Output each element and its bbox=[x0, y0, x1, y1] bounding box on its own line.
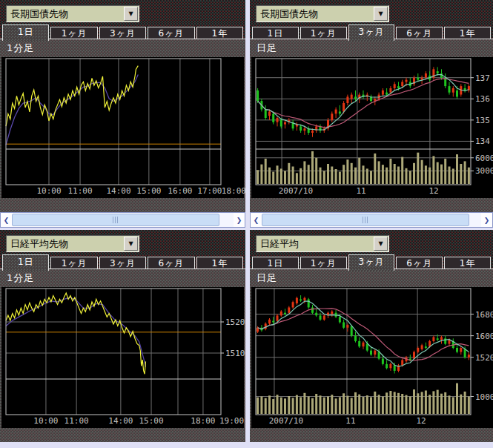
instrument-select[interactable]: 長期国債先物 ▼ bbox=[256, 5, 389, 22]
panel-bond-daily: 長期国債先物 ▼ 1日1ヶ月3ヶ月6ヶ月1年 日足 13713613513460… bbox=[250, 0, 493, 228]
svg-text:16800: 16800 bbox=[475, 310, 493, 320]
scroll-left-button[interactable]: ❮ bbox=[251, 213, 262, 227]
svg-text:18:00: 18:00 bbox=[191, 416, 215, 426]
scrollbar-track[interactable] bbox=[469, 213, 481, 227]
panel-header: 日経平均先物 ▼ bbox=[0, 230, 245, 253]
tab-period-4[interactable]: 6ヶ月 bbox=[148, 27, 194, 39]
chart-type-label: 日足 bbox=[257, 42, 277, 55]
chart-canvas: 13713613513460000300002007/101112 bbox=[250, 39, 493, 212]
svg-text:15:00: 15:00 bbox=[139, 416, 163, 426]
dropdown-arrow-icon[interactable]: ▼ bbox=[374, 7, 388, 21]
instrument-select-value: 長期国債先物 bbox=[260, 7, 318, 21]
svg-text:137: 137 bbox=[475, 73, 490, 83]
svg-text:11:00: 11:00 bbox=[67, 186, 92, 196]
svg-text:60000: 60000 bbox=[475, 154, 493, 163]
tab-period-3[interactable]: 3ヶ月 bbox=[348, 24, 395, 41]
scroll-right-button[interactable]: ❯ bbox=[234, 213, 245, 227]
dropdown-arrow-icon[interactable]: ▼ bbox=[124, 7, 138, 21]
tab-period-4[interactable]: 6ヶ月 bbox=[396, 27, 443, 39]
svg-text:18:00: 18:00 bbox=[222, 186, 245, 196]
chart-canvas: 152001510010:0011:0014:0015:0018:0019:00 bbox=[0, 269, 245, 442]
panel-nikkei-daily: 日経平均 ▼ 1日1ヶ月3ヶ月6ヶ月1年 日足 1680016000152001… bbox=[250, 230, 493, 448]
svg-text:16:00: 16:00 bbox=[168, 186, 192, 196]
tab-period-2[interactable]: 1ヶ月 bbox=[300, 27, 347, 39]
svg-text:12: 12 bbox=[429, 186, 438, 196]
chart-type-label: 1分足 bbox=[7, 42, 34, 55]
tab-period-5[interactable]: 1年 bbox=[196, 257, 243, 269]
panel-header: 日経平均 ▼ bbox=[250, 230, 493, 253]
instrument-select-value: 長期国債先物 bbox=[10, 7, 68, 21]
tab-period-1[interactable]: 1日 bbox=[252, 257, 299, 269]
tab-period-2[interactable]: 1ヶ月 bbox=[50, 257, 97, 269]
svg-text:2007/10: 2007/10 bbox=[279, 186, 313, 196]
instrument-select[interactable]: 日経平均先物 ▼ bbox=[6, 235, 139, 252]
scrollbar-thumb[interactable] bbox=[12, 214, 219, 226]
tab-period-5[interactable]: 1年 bbox=[196, 27, 243, 39]
svg-text:11: 11 bbox=[345, 416, 355, 426]
svg-text:17:00: 17:00 bbox=[197, 186, 222, 196]
tab-period-1[interactable]: 1日 bbox=[2, 24, 49, 41]
scroll-right-button[interactable]: ❯ bbox=[481, 213, 492, 227]
dropdown-arrow-icon[interactable]: ▼ bbox=[374, 237, 388, 251]
tab-period-1[interactable]: 1日 bbox=[2, 254, 49, 271]
scrollbar-track[interactable] bbox=[219, 213, 234, 227]
svg-text:15200: 15200 bbox=[475, 353, 493, 363]
chart-zone: 1分足 152001510010:0011:0014:0015:0018:001… bbox=[0, 269, 245, 442]
thumb-grip-icon bbox=[363, 217, 368, 223]
svg-text:16000: 16000 bbox=[475, 332, 493, 341]
svg-text:15100: 15100 bbox=[225, 349, 245, 358]
tab-period-2[interactable]: 1ヶ月 bbox=[50, 27, 97, 39]
chart-type-label: 1分足 bbox=[7, 271, 34, 285]
plot-background bbox=[1, 57, 244, 198]
thumb-grip-icon bbox=[113, 217, 119, 223]
svg-text:135: 135 bbox=[475, 116, 490, 125]
tab-period-1[interactable]: 1日 bbox=[252, 27, 299, 39]
chart-type-label: 日足 bbox=[257, 271, 277, 285]
svg-text:30000: 30000 bbox=[475, 166, 493, 176]
tab-period-3[interactable]: 3ヶ月 bbox=[99, 257, 146, 269]
tab-period-3[interactable]: 3ヶ月 bbox=[348, 254, 395, 271]
svg-text:11:00: 11:00 bbox=[64, 416, 89, 426]
period-tabs: 1日1ヶ月3ヶ月6ヶ月1年 bbox=[250, 23, 493, 39]
panel-header: 長期国債先物 ▼ bbox=[250, 0, 493, 23]
chart-canvas: 10:0011:0014:0015:0016:0017:0018:00 bbox=[0, 39, 245, 212]
svg-text:100000: 100000 bbox=[475, 392, 493, 402]
tab-period-3[interactable]: 3ヶ月 bbox=[99, 27, 146, 39]
svg-text:15:00: 15:00 bbox=[136, 186, 161, 196]
instrument-select-value: 日経平均 bbox=[260, 237, 299, 251]
tab-period-5[interactable]: 1年 bbox=[444, 257, 491, 269]
svg-text:14:00: 14:00 bbox=[106, 186, 130, 196]
svg-text:2007/10: 2007/10 bbox=[269, 416, 303, 426]
tab-period-5[interactable]: 1年 bbox=[444, 27, 491, 39]
svg-text:134: 134 bbox=[475, 136, 490, 146]
instrument-select[interactable]: 長期国債先物 ▼ bbox=[6, 5, 139, 22]
panel-nikkei-futures-intraday: 日経平均先物 ▼ 1日1ヶ月3ヶ月6ヶ月1年 1分足 152001510010:… bbox=[0, 230, 245, 448]
chart-zone: 日足 1680016000152001000002007/101112 bbox=[250, 269, 493, 442]
svg-text:12: 12 bbox=[416, 416, 426, 426]
chart-canvas: 1680016000152001000002007/101112 bbox=[250, 269, 493, 442]
period-tabs: 1日1ヶ月3ヶ月6ヶ月1年 bbox=[250, 253, 493, 269]
horizontal-scrollbar: ❮ ❯ bbox=[250, 212, 493, 228]
panel-header: 長期国債先物 ▼ bbox=[0, 0, 245, 23]
instrument-select[interactable]: 日経平均 ▼ bbox=[256, 235, 389, 252]
svg-text:136: 136 bbox=[475, 94, 490, 104]
svg-text:11: 11 bbox=[356, 186, 365, 196]
svg-text:10:00: 10:00 bbox=[36, 186, 61, 196]
period-tabs: 1日1ヶ月3ヶ月6ヶ月1年 bbox=[0, 23, 245, 39]
scrollbar-thumb[interactable] bbox=[262, 214, 469, 226]
svg-text:15200: 15200 bbox=[225, 317, 245, 327]
tab-period-4[interactable]: 6ヶ月 bbox=[396, 257, 443, 269]
period-tabs: 1日1ヶ月3ヶ月6ヶ月1年 bbox=[0, 253, 245, 269]
svg-text:14:00: 14:00 bbox=[108, 416, 133, 426]
instrument-select-value: 日経平均先物 bbox=[10, 237, 68, 251]
panel-bond-intraday: 長期国債先物 ▼ 1日1ヶ月3ヶ月6ヶ月1年 1分足 10:0011:0014:… bbox=[0, 0, 245, 228]
tab-period-2[interactable]: 1ヶ月 bbox=[300, 257, 347, 269]
axis-labels: 10:0011:0014:0015:0016:0017:0018:00 bbox=[36, 186, 245, 196]
horizontal-scrollbar: ❮ ❯ bbox=[0, 212, 245, 228]
svg-text:19:00: 19:00 bbox=[219, 416, 244, 426]
dropdown-arrow-icon[interactable]: ▼ bbox=[124, 237, 138, 251]
tab-period-4[interactable]: 6ヶ月 bbox=[148, 257, 194, 269]
scroll-left-button[interactable]: ❮ bbox=[1, 213, 12, 227]
svg-text:10:00: 10:00 bbox=[33, 416, 58, 426]
multi-chart-workspace: 長期国債先物 ▼ 1日1ヶ月3ヶ月6ヶ月1年 1分足 10:0011:0014:… bbox=[0, 0, 493, 448]
